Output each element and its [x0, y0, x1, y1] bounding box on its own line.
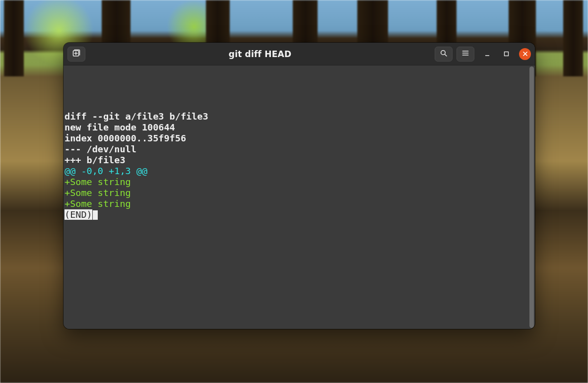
- minimize-icon: [484, 51, 490, 57]
- window-titlebar: git diff HEAD: [64, 43, 535, 65]
- pager-status: (END): [65, 209, 92, 220]
- maximize-icon: [504, 51, 509, 57]
- pager-status-line: (END): [65, 209, 535, 220]
- hamburger-icon: [461, 49, 469, 59]
- menu-button[interactable]: [457, 47, 474, 62]
- close-icon: [523, 51, 528, 57]
- terminal-line: diff --git a/file3 b/file3: [65, 111, 535, 122]
- new-tab-icon: [72, 49, 81, 59]
- terminal-line: +Some string: [65, 188, 535, 198]
- search-button[interactable]: [435, 47, 453, 62]
- svg-rect-2: [504, 52, 508, 56]
- terminal-output[interactable]: diff --git a/file3 b/file3new file mode …: [64, 65, 535, 329]
- minimize-button[interactable]: [481, 48, 493, 60]
- search-icon: [440, 49, 448, 59]
- maximize-button[interactable]: [500, 48, 512, 60]
- terminal-line: +Some string: [65, 177, 535, 188]
- close-button[interactable]: [519, 48, 531, 60]
- terminal-line: +++ b/file3: [65, 155, 535, 166]
- terminal-line: +Some string: [65, 198, 535, 209]
- new-tab-button[interactable]: [67, 47, 85, 62]
- scrollbar-thumb[interactable]: [529, 66, 534, 328]
- terminal-line: new file mode 100644: [65, 122, 535, 133]
- terminal-viewport[interactable]: diff --git a/file3 b/file3new file mode …: [64, 65, 535, 329]
- window-title: git diff HEAD: [89, 49, 431, 59]
- terminal-line: @@ -0,0 +1,3 @@: [65, 166, 535, 177]
- window-controls: [481, 48, 531, 60]
- scrollbar-track[interactable]: [529, 66, 534, 328]
- terminal-line: --- /dev/null: [65, 144, 535, 155]
- terminal-line: index 0000000..35f9f56: [65, 133, 535, 144]
- terminal-window: git diff HEAD: [64, 43, 535, 329]
- terminal-cursor: [93, 210, 98, 220]
